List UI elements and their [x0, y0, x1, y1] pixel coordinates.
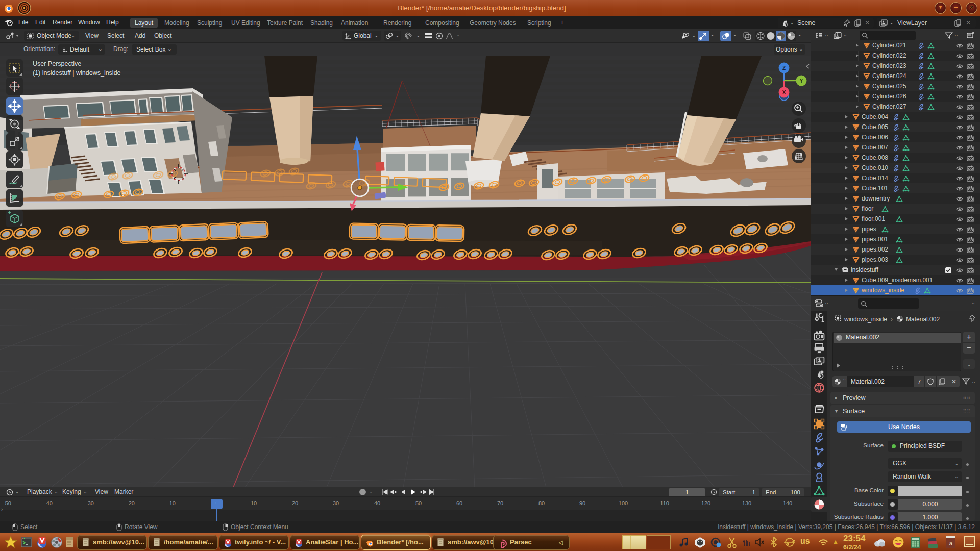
svg-text:X: X: [782, 90, 786, 95]
svg-text:a: a: [949, 539, 953, 547]
svg-text:User Perspective: User Perspective: [33, 60, 81, 67]
svg-text:Y: Y: [800, 78, 803, 84]
svg-text:(1) insidestuff | windows_insi: (1) insidestuff | windows_inside: [33, 69, 121, 77]
svg-text:Z: Z: [782, 65, 786, 71]
